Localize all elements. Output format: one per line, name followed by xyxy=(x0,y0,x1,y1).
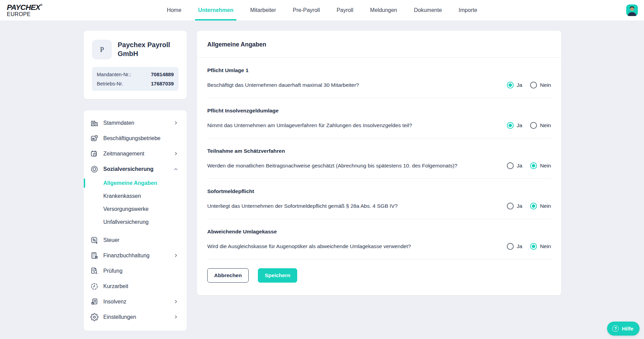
question-text: Unterliegt das Unternehmen der Sofortmel… xyxy=(207,203,398,209)
radio-nein[interactable]: Nein xyxy=(530,162,551,169)
sidebar-item-einstellungen[interactable]: Einstellungen xyxy=(84,309,187,325)
building-icon xyxy=(90,119,98,127)
sidebar-item-label: Kurzarbeit xyxy=(103,283,128,289)
logo-wordmark: PAYCHEX® xyxy=(7,4,42,11)
chevron-right-icon xyxy=(173,151,179,156)
sidebar: P Paychex Payroll GmbH Mandanten-Nr.:708… xyxy=(84,31,187,331)
sidebar-item-versorgungswerke[interactable]: Versorgungswerke xyxy=(84,203,187,216)
nav-item-dokumente[interactable]: Dokumente xyxy=(414,0,442,21)
radio-label: Ja xyxy=(517,122,522,128)
question-row: Werden die monatlichen Beitragsnachweise… xyxy=(207,162,551,169)
radio-nein[interactable]: Nein xyxy=(530,122,551,129)
radio-label: Ja xyxy=(517,203,522,209)
question-text: Nimmt das Unternehmen am Umlageverfahren… xyxy=(207,122,412,128)
question-block-pflicht-umlage-1: Pflicht Umlage 1Beschäftigt das Unterneh… xyxy=(207,58,551,98)
radio-circle-icon xyxy=(507,243,514,250)
sidebar-item-label: Einstellungen xyxy=(103,314,136,320)
page-content: P Paychex Payroll GmbH Mandanten-Nr.:708… xyxy=(84,31,644,331)
doc-search-icon xyxy=(90,267,98,275)
calendar-clock-icon xyxy=(90,150,98,158)
sidebar-item-label: Zeitmanagement xyxy=(103,151,144,157)
company-initial: P xyxy=(100,45,104,54)
nav-item-payroll[interactable]: Payroll xyxy=(337,0,353,21)
calculator-icon xyxy=(90,252,98,260)
company-info-row: Betriebs-Nr.17687039 xyxy=(97,81,174,86)
question-text: Beschäftigt das Unternehmen dauerhaft ma… xyxy=(207,82,359,88)
radio-circle-icon xyxy=(530,162,537,169)
sidebar-item-steuer[interactable]: Steuer xyxy=(84,232,187,248)
sidebar-item-label: Allgemeine Angaben xyxy=(103,180,157,186)
sidebar-item-label: Stammdaten xyxy=(103,120,134,126)
radio-label: Nein xyxy=(540,122,551,128)
nav-item-label: Dokumente xyxy=(414,7,442,13)
sidebar-item-label: Versorgungswerke xyxy=(103,206,149,212)
sidebar-item-label: Beschäftigungsbetriebe xyxy=(103,135,160,141)
radio-group: JaNein xyxy=(507,122,551,129)
radio-ja[interactable]: Ja xyxy=(507,243,522,250)
radio-nein[interactable]: Nein xyxy=(530,82,551,89)
radio-circle-icon xyxy=(530,122,537,129)
sidebar-item-zeitmanagement[interactable]: Zeitmanagement xyxy=(84,146,187,161)
app-root: PAYCHEX® EUROPE HomeUnternehmenMitarbeit… xyxy=(0,0,644,339)
sidebar-item-label: Prüfung xyxy=(103,268,122,274)
question-circle-icon: ? xyxy=(612,325,619,332)
radio-ja[interactable]: Ja xyxy=(507,162,522,169)
question-block-sofortmeldepflicht: SofortmeldepflichtUnterliegt das Unterne… xyxy=(207,179,551,219)
company-info-row: Mandanten-Nr.:70814889 xyxy=(97,71,174,77)
radio-ja[interactable]: Ja xyxy=(507,122,522,129)
main-nav: HomeUnternehmenMitarbeiterPre-PayrollPay… xyxy=(167,0,477,21)
sidebar-item-allgemeine-angaben[interactable]: Allgemeine Angaben xyxy=(84,177,187,190)
sidebar-item-label: Krankenkassen xyxy=(103,193,141,199)
sidebar-item-kurzarbeit[interactable]: Kurzarbeit xyxy=(84,279,187,294)
sidebar-item-beschaeftigungsbetriebe[interactable]: Beschäftigungsbetriebe xyxy=(84,131,187,146)
sidebar-item-stammdaten[interactable]: Stammdaten xyxy=(84,115,187,131)
paychex-logo[interactable]: PAYCHEX® EUROPE xyxy=(7,4,42,17)
chevron-up-icon xyxy=(173,166,179,172)
radio-ja[interactable]: Ja xyxy=(507,203,522,209)
company-info-box: Mandanten-Nr.:70814889Betriebs-Nr.176870… xyxy=(92,67,179,91)
nav-item-mitarbeiter[interactable]: Mitarbeiter xyxy=(250,0,276,21)
radio-circle-icon xyxy=(507,122,514,129)
user-avatar[interactable] xyxy=(626,4,638,16)
sidebar-item-insolvenz[interactable]: Insolvenz xyxy=(84,294,187,309)
radio-group: JaNein xyxy=(507,243,551,250)
radio-nein[interactable]: Nein xyxy=(530,243,551,250)
radio-ja[interactable]: Ja xyxy=(507,82,522,89)
question-title: Pflicht Insolvenzgeldumlage xyxy=(207,108,551,114)
question-title: Teilnahme am Schätzverfahren xyxy=(207,148,551,154)
nav-item-pre-payroll[interactable]: Pre-Payroll xyxy=(293,0,320,21)
save-button[interactable]: Speichern xyxy=(258,268,297,283)
nav-item-home[interactable]: Home xyxy=(167,0,182,21)
help-button[interactable]: ? Hilfe xyxy=(607,322,640,336)
avatar-photo-icon xyxy=(626,4,638,16)
sidebar-item-label: Unfallversicherung xyxy=(103,219,149,225)
company-initial-badge: P xyxy=(92,40,112,59)
radio-group: JaNein xyxy=(507,82,551,89)
nav-item-meldungen[interactable]: Meldungen xyxy=(370,0,397,21)
page-title: Allgemeine Angaben xyxy=(197,31,561,58)
radio-label: Ja xyxy=(517,163,522,169)
radio-circle-icon xyxy=(530,82,537,89)
chevron-right-icon xyxy=(173,120,179,125)
nav-item-unternehmen[interactable]: Unternehmen xyxy=(198,0,233,21)
logo-name: PAYCHEX xyxy=(7,3,40,12)
radio-label: Nein xyxy=(540,163,551,169)
nav-item-importe[interactable]: Importe xyxy=(459,0,477,21)
sidebar-item-label: Sozialversicherung xyxy=(103,166,154,172)
doc-coins-icon xyxy=(90,298,98,306)
percent-arrow-icon xyxy=(90,236,98,244)
sidebar-item-sozialversicherung[interactable]: Sozialversicherung xyxy=(84,161,187,177)
sidebar-item-unfallversicherung[interactable]: Unfallversicherung xyxy=(84,216,187,229)
radio-label: Nein xyxy=(540,203,551,209)
clock-dashed-icon xyxy=(90,282,98,290)
question-row: Wird die Ausgleichskasse für Augenoptike… xyxy=(207,243,551,250)
logo-trademark: ® xyxy=(40,3,42,7)
radio-label: Ja xyxy=(517,82,522,88)
sidebar-item-pruefung[interactable]: Prüfung xyxy=(84,263,187,279)
chevron-right-icon xyxy=(173,253,179,258)
sidebar-item-krankenkassen[interactable]: Krankenkassen xyxy=(84,190,187,203)
cancel-button[interactable]: Abbrechen xyxy=(207,268,249,283)
radio-nein[interactable]: Nein xyxy=(530,203,551,209)
sidebar-item-finanzbuchhaltung[interactable]: Finanzbuchhaltung xyxy=(84,248,187,263)
info-value: 70814889 xyxy=(151,71,174,77)
